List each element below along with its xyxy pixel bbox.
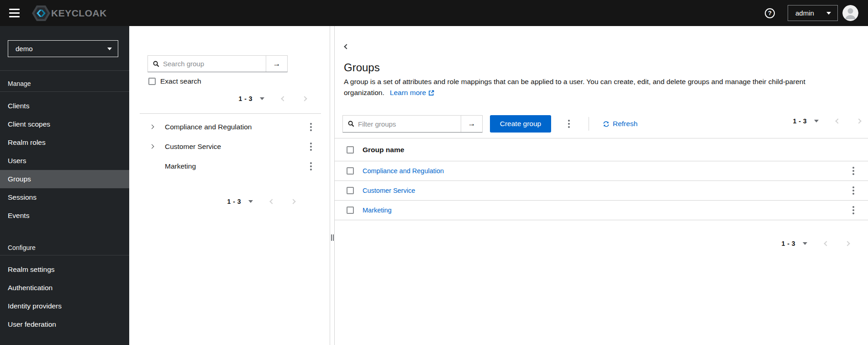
pagination-range: 1 - 3 (238, 95, 253, 102)
panel-resize-handle[interactable] (331, 234, 334, 241)
filter-groups-submit-button[interactable]: → (461, 116, 482, 132)
realm-selector-value: demo (16, 45, 33, 53)
sidebar-item-events[interactable]: Events (0, 207, 129, 225)
chevron-down-icon (814, 120, 819, 122)
nav-section-manage: Manage (8, 80, 31, 87)
tree-item-customer-service[interactable]: Customer Service (129, 137, 330, 156)
exact-search-checkbox[interactable] (148, 78, 156, 85)
learn-more-label: Learn more (390, 89, 426, 96)
user-menu-dropdown[interactable]: admin (788, 5, 838, 21)
keycloak-logo-icon (32, 5, 50, 21)
kebab-menu-icon[interactable] (307, 121, 315, 133)
previous-page-icon[interactable] (281, 96, 286, 101)
pagination-menu-toggle[interactable]: 1 - 3 (227, 198, 253, 205)
nav-section-configure: Configure (8, 244, 36, 251)
refresh-label: Refresh (613, 120, 637, 128)
kebab-menu-icon[interactable] (850, 204, 857, 216)
pagination-menu-toggle[interactable]: 1 - 3 (793, 117, 819, 125)
keycloak-admin-console: KEYCLOAK ? admin demo Manage Cl (0, 0, 868, 345)
page-title: Groups (344, 61, 380, 74)
sidebar-item-user-federation[interactable]: User federation (0, 315, 129, 334)
avatar[interactable] (842, 5, 858, 21)
expand-toggle[interactable] (148, 145, 155, 148)
table-row: Marketing (335, 201, 868, 220)
kebab-menu-icon[interactable] (565, 118, 573, 130)
previous-page-icon[interactable] (824, 241, 829, 246)
keycloak-logo: KEYCLOAK (32, 5, 107, 21)
nav-divider (0, 91, 129, 92)
sidebar-item-authentication[interactable]: Authentication (0, 279, 129, 297)
tree-item-label: Marketing (165, 162, 307, 170)
nav-divider (0, 70, 129, 71)
filter-groups-box: → (342, 115, 483, 133)
row-checkbox[interactable] (347, 187, 354, 194)
group-link-marketing[interactable]: Marketing (363, 207, 850, 214)
tree-item-compliance-and-regulation[interactable]: Compliance and Regulation (129, 117, 330, 137)
chevron-down-icon (107, 48, 112, 50)
chevron-left-icon (344, 44, 349, 49)
sidebar-item-realm-roles[interactable]: Realm roles (0, 133, 129, 152)
table-row: Compliance and Regulation (335, 161, 868, 181)
next-page-icon[interactable] (302, 96, 307, 101)
row-checkbox[interactable] (347, 167, 354, 175)
sidebar-item-realm-settings[interactable]: Realm settings (0, 260, 129, 279)
sidebar-item-identity-providers[interactable]: Identity providers (0, 297, 129, 315)
nav-divider (0, 255, 129, 255)
sidebar-nav: demo Manage Clients Client scopes Realm … (0, 26, 129, 345)
sidebar-item-clients[interactable]: Clients (0, 97, 129, 115)
previous-page-icon[interactable] (269, 199, 274, 204)
create-group-button[interactable]: Create group (490, 115, 551, 133)
filter-groups-input[interactable] (358, 120, 461, 128)
kebab-menu-icon[interactable] (850, 165, 857, 177)
kebab-menu-icon[interactable] (307, 141, 315, 153)
pagination-menu-toggle[interactable]: 1 - 3 (781, 240, 807, 247)
group-search-field (148, 56, 266, 72)
chevron-down-icon (260, 97, 264, 100)
external-link-icon (428, 90, 434, 96)
tree-item-marketing[interactable]: Marketing (129, 156, 330, 176)
expand-toggle[interactable] (148, 125, 155, 128)
refresh-button[interactable]: Refresh (603, 120, 637, 128)
table-header-row: Group name (335, 138, 868, 161)
chevron-down-icon (248, 200, 253, 203)
tree-pagination-top: 1 - 3 (238, 93, 306, 105)
group-search-box: → (147, 55, 288, 72)
back-button[interactable] (343, 41, 350, 52)
tree-item-label: Compliance and Regulation (165, 123, 307, 131)
column-header-group-name: Group name (363, 146, 404, 154)
next-page-icon[interactable] (845, 241, 850, 246)
group-link-customer-service[interactable]: Customer Service (363, 187, 850, 194)
help-icon[interactable]: ? (765, 8, 775, 18)
table-row: Customer Service (335, 181, 868, 201)
previous-page-icon[interactable] (835, 118, 840, 123)
pagination-menu-toggle[interactable]: 1 - 3 (238, 95, 264, 102)
sidebar-item-groups[interactable]: Groups (0, 170, 129, 188)
exact-search-label: Exact search (160, 77, 201, 85)
exact-search-control: Exact search (148, 77, 201, 85)
next-page-icon[interactable] (856, 118, 861, 123)
chevron-right-icon (149, 125, 154, 129)
sidebar-item-users[interactable]: Users (0, 152, 129, 170)
sidebar-item-sessions[interactable]: Sessions (0, 188, 129, 207)
pagination-range: 1 - 3 (793, 117, 807, 125)
next-page-icon[interactable] (290, 199, 295, 204)
kebab-menu-icon[interactable] (307, 160, 315, 172)
row-checkbox[interactable] (347, 207, 354, 214)
chevron-right-icon (149, 144, 154, 149)
group-search-input[interactable] (163, 60, 266, 68)
user-menu-label: admin (795, 9, 814, 17)
realm-selector[interactable]: demo (8, 40, 118, 57)
chevron-down-icon (826, 12, 831, 15)
group-link-compliance-and-regulation[interactable]: Compliance and Regulation (363, 167, 850, 175)
group-search-submit-button[interactable]: → (266, 56, 287, 72)
nav-toggle-icon[interactable] (8, 8, 21, 18)
groups-tree-panel: → Exact search 1 - 3 Compliance and Regu… (129, 26, 330, 345)
kebab-menu-icon[interactable] (850, 185, 857, 196)
groups-tree-list: Compliance and Regulation Customer Servi… (129, 117, 330, 176)
pagination-range: 1 - 3 (781, 240, 795, 247)
learn-more-link[interactable]: Learn more (390, 89, 434, 96)
sidebar-item-client-scopes[interactable]: Client scopes (0, 115, 129, 133)
toolbar-divider (589, 117, 589, 131)
select-all-checkbox[interactable] (347, 146, 354, 154)
masthead-actions: ? admin (765, 5, 858, 21)
